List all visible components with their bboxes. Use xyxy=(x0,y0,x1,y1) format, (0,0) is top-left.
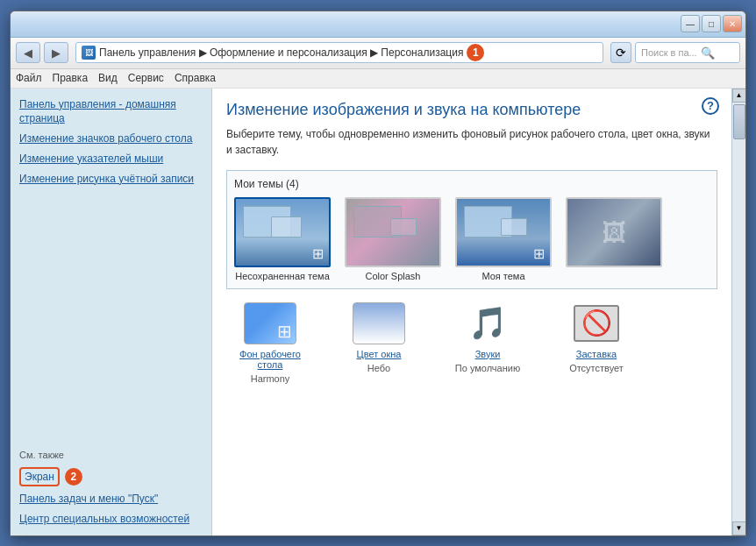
scroll-up-button[interactable]: ▲ xyxy=(732,89,746,103)
theme-preview-colorsplash xyxy=(345,197,441,267)
theme-item-colorsplash[interactable]: Color Splash xyxy=(345,197,441,281)
wallpaper-icon xyxy=(244,301,296,345)
menu-bar: Файл Правка Вид Сервис Справка xyxy=(11,69,745,89)
sidebar: Панель управления - домашняя страница Из… xyxy=(11,89,212,535)
theme-preview-fourth: 🖼 xyxy=(566,197,662,267)
back-button[interactable]: ◀ xyxy=(16,42,40,63)
wallpaper-sublabel: Harmony xyxy=(251,373,290,384)
bottom-icon-screensaver[interactable]: 🚫 Заставка Отсутствует xyxy=(553,301,640,384)
sidebar-link-screen[interactable]: Экран xyxy=(19,467,60,486)
scrollbar: ▲ ▼ xyxy=(731,89,745,535)
sidebar-link-icons[interactable]: Изменение значков рабочего стола xyxy=(19,131,203,146)
breadcrumb-text: Панель управления ▶ Оформление и персона… xyxy=(99,46,463,59)
theme-label-colorsplash: Color Splash xyxy=(366,271,421,281)
color-label: Цвет окна xyxy=(357,349,402,359)
menu-edit[interactable]: Правка xyxy=(53,72,89,84)
color-sublabel: Небо xyxy=(367,363,390,373)
bottom-icon-wallpaper[interactable]: Фон рабочего стола Harmony xyxy=(226,301,314,384)
forward-button[interactable]: ▶ xyxy=(44,42,68,63)
sound-sublabel: По умолчанию xyxy=(455,363,520,373)
screensaver-sublabel: Отсутствует xyxy=(569,363,624,373)
main-content: ? Изменение изображения и звука на компь… xyxy=(212,89,731,535)
wallpaper-label: Фон рабочего стола xyxy=(226,349,314,370)
search-input[interactable]: Поиск в па... 🔍 xyxy=(635,42,740,63)
menu-view[interactable]: Вид xyxy=(98,72,118,84)
main-window: — □ ✕ ◀ ▶ 🖼 Панель управления ▶ Оформлен… xyxy=(10,11,746,536)
screensaver-label: Заставка xyxy=(576,349,617,359)
sidebar-link-home[interactable]: Панель управления - домашняя страница xyxy=(19,97,203,127)
sidebar-link-mouse[interactable]: Изменение указателей мыши xyxy=(19,152,203,167)
sidebar-link-account[interactable]: Изменение рисунка учётной записи xyxy=(19,172,203,187)
search-placeholder: Поиск в па... xyxy=(641,47,697,58)
content-area: Панель управления - домашняя страница Из… xyxy=(11,89,745,535)
themes-section: Мои темы (4) ⊞ Несохраненная тема xyxy=(226,170,717,289)
badge-1: 1 xyxy=(467,44,484,61)
theme-label-mytheme: Моя тема xyxy=(481,271,524,281)
scroll-thumb[interactable] xyxy=(733,104,745,139)
page-title: Изменение изображения и звука на компьют… xyxy=(226,101,717,119)
screensaver-icon: 🚫 xyxy=(570,301,623,345)
menu-file[interactable]: Файл xyxy=(16,72,42,84)
theme-label-unsaved: Несохраненная тема xyxy=(235,271,330,281)
address-icon: 🖼 xyxy=(82,46,96,60)
bottom-icon-color[interactable]: Цвет окна Небо xyxy=(335,301,423,384)
title-bar: — □ ✕ xyxy=(11,11,745,38)
help-icon[interactable]: ? xyxy=(702,97,719,115)
bottom-icon-sound[interactable]: 🎵 Звуки По умолчанию xyxy=(444,301,531,384)
sound-label: Звуки xyxy=(475,349,501,359)
maximize-button[interactable]: □ xyxy=(702,15,721,32)
toolbar: ◀ ▶ 🖼 Панель управления ▶ Оформление и п… xyxy=(11,38,745,69)
page-description: Выберите тему, чтобы одновременно измени… xyxy=(226,126,717,158)
theme-preview-unsaved: ⊞ xyxy=(234,197,331,267)
address-bar[interactable]: 🖼 Панель управления ▶ Оформление и персо… xyxy=(75,42,603,63)
refresh-button[interactable]: ⟳ xyxy=(610,42,631,63)
themes-grid: ⊞ Несохраненная тема Color Splash xyxy=(234,197,710,281)
close-button[interactable]: ✕ xyxy=(723,15,742,32)
see-also-title: См. также xyxy=(19,450,203,460)
sidebar-link-taskbar[interactable]: Панель задач и меню "Пуск" xyxy=(19,492,203,507)
theme-item-unsaved[interactable]: ⊞ Несохраненная тема xyxy=(234,197,331,281)
theme-item-fourth[interactable]: 🖼 xyxy=(566,197,662,281)
minimize-button[interactable]: — xyxy=(681,15,700,32)
window-controls: — □ ✕ xyxy=(681,15,742,32)
menu-service[interactable]: Сервис xyxy=(128,72,164,84)
color-icon xyxy=(353,301,405,345)
sidebar-link-accessibility[interactable]: Центр специальных возможностей xyxy=(19,512,203,527)
theme-preview-mytheme: ⊞ xyxy=(455,197,552,267)
scroll-down-button[interactable]: ▼ xyxy=(732,521,746,535)
bottom-icons: Фон рабочего стола Harmony Цвет окна Неб… xyxy=(226,301,717,384)
themes-section-title: Мои темы (4) xyxy=(234,178,710,190)
menu-help[interactable]: Справка xyxy=(175,72,216,84)
badge-2: 2 xyxy=(65,468,82,486)
sound-icon: 🎵 xyxy=(461,301,514,345)
theme-item-mytheme[interactable]: ⊞ Моя тема xyxy=(455,197,552,281)
